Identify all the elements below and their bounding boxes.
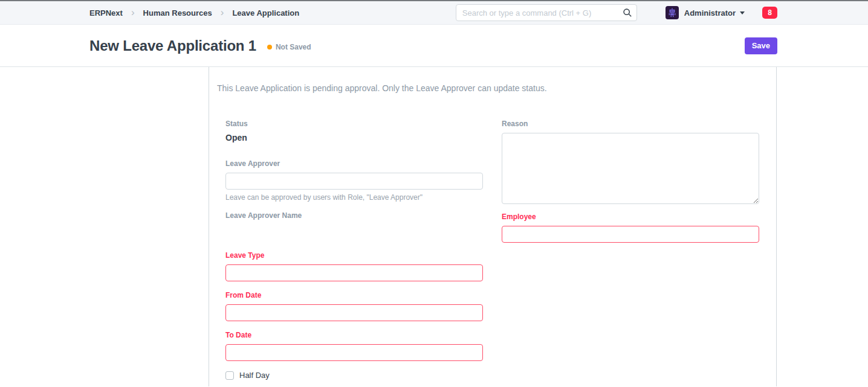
field-from-date: From Date bbox=[225, 291, 483, 321]
search-input[interactable] bbox=[456, 4, 637, 21]
robot-icon bbox=[667, 7, 678, 18]
field-employee: Employee bbox=[502, 213, 759, 243]
leave-approver-input[interactable] bbox=[225, 173, 483, 190]
to-date-label: To Date bbox=[225, 331, 483, 339]
leave-approver-name-label: Leave Approver Name bbox=[225, 211, 483, 220]
reason-label: Reason bbox=[502, 120, 759, 128]
form-grid: Status Open Leave Approver Leave can be … bbox=[225, 120, 776, 380]
to-date-input[interactable] bbox=[225, 344, 483, 361]
form-card: This Leave Application is pending approv… bbox=[209, 67, 777, 386]
breadcrumb-item-erpnext[interactable]: ERPNext bbox=[89, 8, 123, 18]
field-leave-type: Leave Type bbox=[225, 251, 483, 281]
not-saved-dot-icon bbox=[267, 45, 272, 50]
half-day-checkbox[interactable] bbox=[225, 371, 234, 380]
field-leave-approver-name: Leave Approver Name bbox=[225, 211, 483, 220]
breadcrumb-chevron-icon: › bbox=[221, 7, 224, 18]
field-reason: Reason bbox=[502, 120, 759, 204]
user-menu-dropdown[interactable]: Administrator bbox=[666, 6, 745, 19]
field-status: Status Open bbox=[225, 120, 483, 142]
breadcrumb: ERPNext › Human Resources › Leave Applic… bbox=[89, 8, 299, 18]
field-to-date: To Date bbox=[225, 331, 483, 361]
leave-type-input[interactable] bbox=[225, 264, 483, 281]
global-search bbox=[456, 4, 637, 21]
search-icon[interactable] bbox=[623, 8, 632, 18]
form-column-left: Status Open Leave Approver Leave can be … bbox=[225, 120, 483, 380]
reason-textarea[interactable] bbox=[502, 133, 759, 204]
status-value: Open bbox=[225, 133, 483, 142]
notifications-badge[interactable]: 8 bbox=[762, 7, 777, 19]
leave-approver-label: Leave Approver bbox=[225, 159, 483, 168]
user-name: Administrator bbox=[684, 8, 736, 18]
half-day-label[interactable]: Half Day bbox=[239, 371, 270, 380]
status-label: Status bbox=[225, 120, 483, 128]
user-avatar bbox=[666, 6, 679, 19]
navbar: ERPNext › Human Resources › Leave Applic… bbox=[0, 1, 868, 25]
page-body: This Leave Application is pending approv… bbox=[0, 67, 868, 386]
breadcrumb-item-leave-application[interactable]: Leave Application bbox=[232, 8, 299, 18]
breadcrumb-item-human-resources[interactable]: Human Resources bbox=[143, 8, 212, 18]
pending-approval-message: This Leave Application is pending approv… bbox=[217, 83, 776, 93]
breadcrumb-chevron-icon: › bbox=[131, 7, 135, 18]
leave-approver-help-text: Leave can be approved by users with Role… bbox=[225, 193, 483, 202]
field-half-day: Half Day bbox=[225, 371, 483, 380]
not-saved-indicator: Not Saved bbox=[267, 43, 311, 51]
employee-input[interactable] bbox=[502, 226, 759, 243]
chevron-down-icon bbox=[740, 11, 745, 14]
save-button[interactable]: Save bbox=[745, 37, 777, 54]
app-window: ERPNext › Human Resources › Leave Applic… bbox=[0, 0, 868, 386]
leave-type-label: Leave Type bbox=[225, 251, 483, 260]
page-title: New Leave Application 1 bbox=[89, 37, 256, 54]
not-saved-label: Not Saved bbox=[276, 43, 311, 51]
field-leave-approver: Leave Approver Leave can be approved by … bbox=[225, 159, 483, 202]
from-date-label: From Date bbox=[225, 291, 483, 299]
from-date-input[interactable] bbox=[225, 304, 483, 321]
form-column-right: Reason Employee bbox=[502, 120, 759, 380]
page-header: New Leave Application 1 Not Saved Save bbox=[0, 25, 868, 67]
employee-label: Employee bbox=[502, 213, 759, 221]
